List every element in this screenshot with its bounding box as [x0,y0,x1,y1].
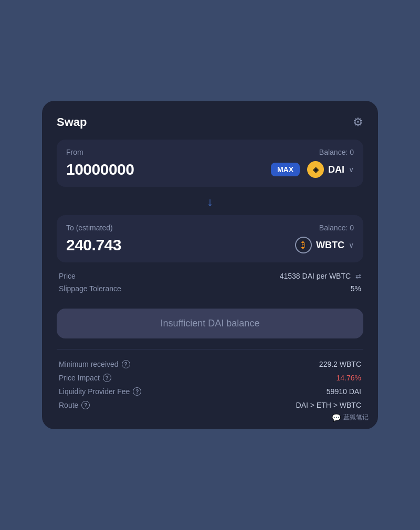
price-info-section: Price 41538 DAI per WBTC ⇄ Slippage Tole… [57,264,363,302]
to-box: To (estimated) Balance: 0 240.743 ₿ WBTC… [57,215,363,262]
dai-icon: ◈ [307,161,324,178]
liquidity-fee-help-icon[interactable]: ? [133,387,141,396]
price-value: 41538 DAI per WBTC ⇄ [280,272,361,280]
liquidity-fee-value: 59910 DAI [327,387,361,396]
watermark-text: 蓝狐笔记 [343,413,369,422]
arrow-down-icon[interactable]: ↓ [207,195,213,209]
to-chevron-icon[interactable]: ∨ [349,241,354,249]
watermark: 💬 蓝狐笔记 [332,413,369,422]
to-token-selector[interactable]: ₿ WBTC ∨ [295,237,354,253]
liquidity-fee-row: Liquidity Provider Fee ? 59910 DAI [59,387,361,396]
minimum-received-row: Minimum received ? 229.2 WBTC [59,360,361,368]
settings-icon[interactable]: ⚙ [353,115,363,129]
wechat-icon: 💬 [332,414,341,422]
route-value: DAI > ETH > WBTC [296,401,361,409]
from-label: From [66,148,83,156]
minimum-received-label: Minimum received ? [59,360,130,368]
price-impact-row: Price Impact ? 14.76% [59,374,361,382]
swap-card: Swap ⚙ From Balance: 0 10000000 MAX ◈ DA… [42,101,378,429]
route-help-icon[interactable]: ? [81,401,90,409]
price-impact-value: 14.76% [337,374,361,382]
from-chevron-icon[interactable]: ∨ [349,165,354,174]
from-row-bottom: 10000000 MAX ◈ DAI ∨ [66,161,354,178]
route-label: Route ? [59,401,90,409]
liquidity-fee-label: Liquidity Provider Fee ? [59,387,141,396]
to-label: To (estimated) [66,224,113,232]
card-header: Swap ⚙ [57,115,363,129]
from-row-top: From Balance: 0 [66,148,354,156]
to-token-name: WBTC [316,240,344,251]
refresh-icon[interactable]: ⇄ [355,272,361,280]
details-section: Minimum received ? 229.2 WBTC Price Impa… [57,356,363,417]
price-row: Price 41538 DAI per WBTC ⇄ [59,272,361,280]
from-amount[interactable]: 10000000 [66,161,134,178]
wbtc-icon: ₿ [295,237,312,253]
to-balance: Balance: 0 [319,224,354,232]
from-box: From Balance: 0 10000000 MAX ◈ DAI ∨ [57,140,363,187]
to-row-bottom: 240.743 ₿ WBTC ∨ [66,236,354,254]
to-row-top: To (estimated) Balance: 0 [66,224,354,232]
slippage-row: Slippage Tolerance 5% [59,284,361,293]
swap-direction: ↓ [57,189,363,215]
page-title: Swap [57,115,87,129]
price-impact-label: Price Impact ? [59,374,111,382]
minimum-received-value: 229.2 WBTC [319,360,361,368]
swap-action-button[interactable]: Insufficient DAI balance [57,309,363,338]
from-token-name: DAI [328,164,344,175]
from-balance: Balance: 0 [319,148,354,156]
slippage-value: 5% [351,284,361,293]
to-amount: 240.743 [66,236,121,254]
price-label: Price [59,272,76,280]
route-row: Route ? DAI > ETH > WBTC [59,401,361,409]
slippage-label: Slippage Tolerance [59,284,121,293]
from-token-selector[interactable]: MAX ◈ DAI ∨ [271,161,354,178]
price-impact-help-icon[interactable]: ? [103,374,111,382]
max-button[interactable]: MAX [271,163,300,176]
minimum-received-help-icon[interactable]: ? [122,360,130,368]
divider [57,349,363,349]
